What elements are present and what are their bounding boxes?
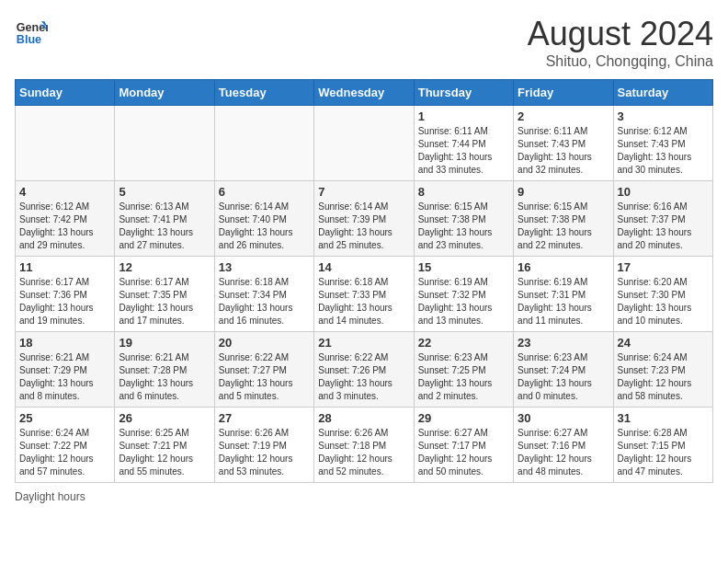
day-info: Sunrise: 6:15 AM Sunset: 7:38 PM Dayligh… [418, 201, 509, 252]
calendar-cell: 20Sunrise: 6:22 AM Sunset: 7:27 PM Dayli… [214, 332, 313, 408]
day-number: 7 [318, 185, 409, 199]
calendar-week-row: 18Sunrise: 6:21 AM Sunset: 7:29 PM Dayli… [16, 332, 713, 408]
day-of-week-header: Tuesday [214, 80, 313, 106]
day-number: 15 [418, 260, 509, 274]
day-number: 12 [119, 260, 210, 274]
main-title: August 2024 [528, 15, 713, 53]
calendar-week-row: 11Sunrise: 6:17 AM Sunset: 7:36 PM Dayli… [16, 257, 713, 332]
calendar-cell: 27Sunrise: 6:26 AM Sunset: 7:19 PM Dayli… [214, 408, 313, 483]
day-info: Sunrise: 6:14 AM Sunset: 7:40 PM Dayligh… [219, 201, 310, 252]
day-of-week-header: Thursday [414, 80, 513, 106]
day-info: Sunrise: 6:17 AM Sunset: 7:35 PM Dayligh… [119, 276, 210, 327]
day-number: 2 [518, 109, 609, 123]
calendar-cell: 21Sunrise: 6:22 AM Sunset: 7:26 PM Dayli… [314, 332, 414, 408]
day-info: Sunrise: 6:11 AM Sunset: 7:44 PM Dayligh… [418, 125, 509, 177]
day-number: 11 [19, 260, 110, 274]
day-info: Sunrise: 6:27 AM Sunset: 7:17 PM Dayligh… [418, 427, 509, 478]
day-number: 28 [318, 411, 409, 425]
calendar-cell: 3Sunrise: 6:12 AM Sunset: 7:43 PM Daylig… [613, 106, 712, 181]
calendar-cell: 14Sunrise: 6:18 AM Sunset: 7:33 PM Dayli… [314, 257, 414, 332]
calendar-header-row: SundayMondayTuesdayWednesdayThursdayFrid… [16, 80, 713, 106]
day-number: 18 [19, 336, 110, 350]
day-number: 1 [418, 109, 509, 123]
subtitle: Shituo, Chongqing, China [528, 53, 713, 70]
day-info: Sunrise: 6:13 AM Sunset: 7:41 PM Dayligh… [119, 201, 210, 252]
calendar-table: SundayMondayTuesdayWednesdayThursdayFrid… [15, 79, 713, 483]
calendar-cell: 8Sunrise: 6:15 AM Sunset: 7:38 PM Daylig… [414, 181, 513, 257]
day-info: Sunrise: 6:12 AM Sunset: 7:42 PM Dayligh… [19, 201, 110, 252]
day-number: 3 [618, 109, 709, 123]
calendar-cell: 11Sunrise: 6:17 AM Sunset: 7:36 PM Dayli… [16, 257, 115, 332]
calendar-cell [16, 106, 115, 181]
day-info: Sunrise: 6:16 AM Sunset: 7:37 PM Dayligh… [618, 201, 709, 252]
calendar-cell: 5Sunrise: 6:13 AM Sunset: 7:41 PM Daylig… [115, 181, 214, 257]
day-number: 24 [618, 336, 709, 350]
calendar-cell: 19Sunrise: 6:21 AM Sunset: 7:28 PM Dayli… [115, 332, 214, 408]
day-info: Sunrise: 6:20 AM Sunset: 7:30 PM Dayligh… [618, 276, 709, 327]
calendar-week-row: 1Sunrise: 6:11 AM Sunset: 7:44 PM Daylig… [16, 106, 713, 181]
day-info: Sunrise: 6:26 AM Sunset: 7:18 PM Dayligh… [318, 427, 409, 478]
calendar-cell: 24Sunrise: 6:24 AM Sunset: 7:23 PM Dayli… [613, 332, 712, 408]
calendar-cell: 23Sunrise: 6:23 AM Sunset: 7:24 PM Dayli… [514, 332, 613, 408]
calendar-cell: 9Sunrise: 6:15 AM Sunset: 7:38 PM Daylig… [514, 181, 613, 257]
day-number: 9 [518, 185, 609, 199]
title-block: August 2024 Shituo, Chongqing, China [528, 15, 713, 70]
calendar-cell: 22Sunrise: 6:23 AM Sunset: 7:25 PM Dayli… [414, 332, 513, 408]
day-info: Sunrise: 6:18 AM Sunset: 7:33 PM Dayligh… [318, 276, 409, 327]
day-info: Sunrise: 6:14 AM Sunset: 7:39 PM Dayligh… [318, 201, 409, 252]
calendar-cell: 2Sunrise: 6:11 AM Sunset: 7:43 PM Daylig… [514, 106, 613, 181]
day-of-week-header: Saturday [613, 80, 712, 106]
day-info: Sunrise: 6:19 AM Sunset: 7:32 PM Dayligh… [418, 276, 509, 327]
calendar-week-row: 4Sunrise: 6:12 AM Sunset: 7:42 PM Daylig… [16, 181, 713, 257]
day-info: Sunrise: 6:24 AM Sunset: 7:22 PM Dayligh… [19, 427, 110, 478]
day-number: 19 [119, 336, 210, 350]
day-number: 10 [618, 185, 709, 199]
day-number: 4 [19, 185, 110, 199]
day-number: 6 [219, 185, 310, 199]
calendar-cell: 12Sunrise: 6:17 AM Sunset: 7:35 PM Dayli… [115, 257, 214, 332]
day-info: Sunrise: 6:23 AM Sunset: 7:24 PM Dayligh… [518, 351, 609, 403]
logo-icon: General Blue [15, 15, 48, 48]
calendar-cell: 29Sunrise: 6:27 AM Sunset: 7:17 PM Dayli… [414, 408, 513, 483]
calendar-cell: 7Sunrise: 6:14 AM Sunset: 7:39 PM Daylig… [314, 181, 414, 257]
footer-note: Daylight hours [15, 490, 713, 503]
calendar-cell: 15Sunrise: 6:19 AM Sunset: 7:32 PM Dayli… [414, 257, 513, 332]
day-number: 29 [418, 411, 509, 425]
day-info: Sunrise: 6:22 AM Sunset: 7:26 PM Dayligh… [318, 351, 409, 403]
day-info: Sunrise: 6:25 AM Sunset: 7:21 PM Dayligh… [119, 427, 210, 478]
calendar-cell: 25Sunrise: 6:24 AM Sunset: 7:22 PM Dayli… [16, 408, 115, 483]
day-number: 31 [618, 411, 709, 425]
calendar-cell: 31Sunrise: 6:28 AM Sunset: 7:15 PM Dayli… [613, 408, 712, 483]
day-number: 22 [418, 336, 509, 350]
day-number: 8 [418, 185, 509, 199]
calendar-cell: 1Sunrise: 6:11 AM Sunset: 7:44 PM Daylig… [414, 106, 513, 181]
calendar-cell: 10Sunrise: 6:16 AM Sunset: 7:37 PM Dayli… [613, 181, 712, 257]
day-of-week-header: Monday [115, 80, 214, 106]
calendar-cell: 18Sunrise: 6:21 AM Sunset: 7:29 PM Dayli… [16, 332, 115, 408]
calendar-cell: 28Sunrise: 6:26 AM Sunset: 7:18 PM Dayli… [314, 408, 414, 483]
calendar-cell: 4Sunrise: 6:12 AM Sunset: 7:42 PM Daylig… [16, 181, 115, 257]
day-number: 30 [518, 411, 609, 425]
day-info: Sunrise: 6:11 AM Sunset: 7:43 PM Dayligh… [518, 125, 609, 177]
calendar-cell: 16Sunrise: 6:19 AM Sunset: 7:31 PM Dayli… [514, 257, 613, 332]
day-info: Sunrise: 6:18 AM Sunset: 7:34 PM Dayligh… [219, 276, 310, 327]
day-info: Sunrise: 6:24 AM Sunset: 7:23 PM Dayligh… [618, 351, 709, 403]
calendar-cell: 30Sunrise: 6:27 AM Sunset: 7:16 PM Dayli… [514, 408, 613, 483]
logo: General Blue [15, 15, 48, 48]
calendar-cell: 13Sunrise: 6:18 AM Sunset: 7:34 PM Dayli… [214, 257, 313, 332]
day-info: Sunrise: 6:22 AM Sunset: 7:27 PM Dayligh… [219, 351, 310, 403]
day-info: Sunrise: 6:17 AM Sunset: 7:36 PM Dayligh… [19, 276, 110, 327]
day-of-week-header: Friday [514, 80, 613, 106]
day-number: 20 [219, 336, 310, 350]
page-header: General Blue August 2024 Shituo, Chongqi… [15, 15, 713, 70]
day-number: 17 [618, 260, 709, 274]
calendar-cell [115, 106, 214, 181]
day-number: 25 [19, 411, 110, 425]
calendar-cell [314, 106, 414, 181]
calendar-cell [214, 106, 313, 181]
day-info: Sunrise: 6:21 AM Sunset: 7:28 PM Dayligh… [119, 351, 210, 403]
calendar-cell: 26Sunrise: 6:25 AM Sunset: 7:21 PM Dayli… [115, 408, 214, 483]
day-info: Sunrise: 6:21 AM Sunset: 7:29 PM Dayligh… [19, 351, 110, 403]
day-number: 16 [518, 260, 609, 274]
day-info: Sunrise: 6:12 AM Sunset: 7:43 PM Dayligh… [618, 125, 709, 177]
